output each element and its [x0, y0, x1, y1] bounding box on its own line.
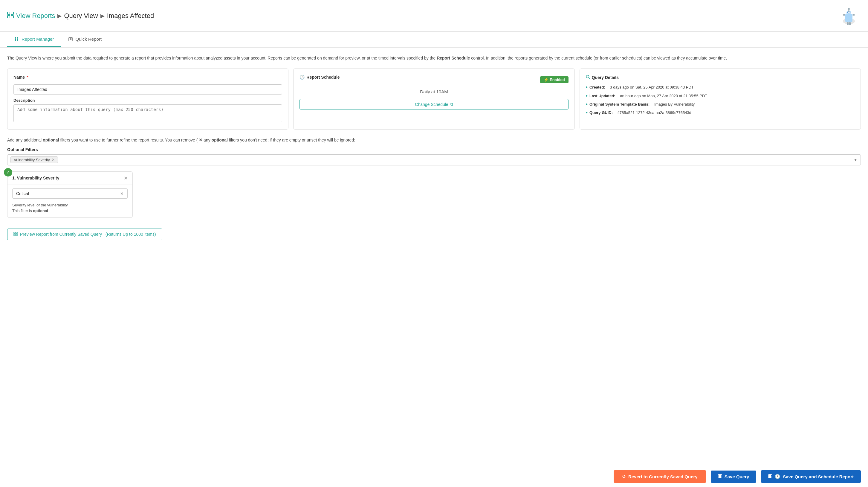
- preview-btn-main-label: Preview Report from Currently Saved Quer…: [20, 232, 102, 237]
- tag-remove-button[interactable]: ✕: [52, 157, 55, 162]
- preview-report-button[interactable]: Preview Report from Currently Saved Quer…: [7, 229, 162, 240]
- save-schedule-label: Save Query and Schedule Report: [783, 474, 854, 479]
- breadcrumb-separator-2: ▶: [100, 12, 104, 19]
- created-detail: Created: 3 days ago on Sat, 25 Apr 2020 …: [586, 85, 855, 90]
- optional-bold-1: optional: [43, 138, 59, 142]
- revert-icon: ↺: [622, 474, 626, 479]
- description-label: Description: [13, 98, 282, 103]
- schedule-header: 🕐 Report Schedule ⚡ Enabled: [300, 75, 568, 84]
- filter-check-badge: ✓: [4, 168, 12, 176]
- header: View Reports ▶ Query View ▶ Images Affec…: [0, 0, 868, 32]
- name-card-title: Name*: [13, 75, 282, 80]
- schedule-title: 🕐 Report Schedule: [300, 75, 340, 80]
- last-updated-label: Last Updated:: [589, 93, 615, 99]
- intro-before: The Query View is where you submit the d…: [7, 56, 437, 60]
- clock-icon: 🕐: [300, 75, 305, 80]
- svg-point-9: [847, 12, 848, 13]
- cards-row: Name* Description 🕐 Report Schedule ⚡ En…: [7, 68, 861, 130]
- filters-input-row[interactable]: Vulnerability Severity ✕ ▼: [7, 154, 861, 165]
- template-value: Images By Vulnerability: [654, 102, 695, 107]
- svg-rect-26: [14, 232, 15, 234]
- svg-rect-31: [719, 475, 721, 476]
- last-updated-value: an hour ago on Mon, 27 Apr 2020 at 21:35…: [620, 93, 707, 99]
- svg-rect-32: [719, 476, 721, 478]
- tab-report-manager[interactable]: Report Manager: [7, 32, 61, 47]
- main-content: The Query View is where you submit the d…: [0, 48, 868, 271]
- svg-rect-28: [14, 234, 15, 236]
- tab-quick-report[interactable]: Quick Report: [61, 32, 109, 47]
- svg-rect-17: [14, 37, 16, 38]
- template-label: Original System Template Basis:: [589, 102, 650, 107]
- svg-rect-12: [852, 15, 855, 16]
- query-details-card: Query Details Created: 3 days ago on Sat…: [580, 68, 861, 130]
- filter-card-body: Critical ✕ Severity level of the vulnera…: [7, 185, 132, 218]
- save-schedule-icon-save: [768, 474, 772, 479]
- view-reports-link[interactable]: View Reports: [16, 12, 55, 20]
- schedule-card: 🕐 Report Schedule ⚡ Enabled Daily at 10A…: [293, 68, 575, 130]
- filter-card-header: 1. Vulnerability Severity ✕: [7, 172, 132, 185]
- change-schedule-button[interactable]: Change Schedule ⧉: [300, 99, 568, 110]
- svg-line-25: [589, 78, 590, 79]
- change-schedule-label: Change Schedule: [415, 102, 448, 107]
- save-schedule-icon-clock: 🕐: [775, 474, 780, 479]
- save-query-button[interactable]: Save Query: [711, 470, 756, 483]
- optional-bold-2: optional: [212, 138, 228, 142]
- filter-clear-button[interactable]: ✕: [120, 191, 124, 196]
- optional-note-bold: optional: [33, 208, 48, 213]
- filter-help: Severity level of the vulnerability This…: [12, 202, 128, 214]
- save-query-schedule-button[interactable]: 🕐 Save Query and Schedule Report: [761, 470, 861, 483]
- name-card: Name* Description: [7, 68, 288, 130]
- filter-card-title: 1. Vulnerability Severity: [12, 176, 59, 180]
- save-icon: [718, 474, 722, 479]
- revert-button[interactable]: ↺ Revert to Currently Saved Query: [614, 470, 706, 483]
- x-icon-inline: ✕: [197, 138, 204, 142]
- created-value: 3 days ago on Sat, 25 Apr 2020 at 09:38:…: [610, 85, 693, 90]
- filter-value-row: Critical ✕: [12, 189, 128, 199]
- svg-point-10: [850, 12, 851, 13]
- query-detail-list: Created: 3 days ago on Sat, 25 Apr 2020 …: [586, 85, 855, 115]
- svg-rect-19: [14, 39, 16, 41]
- breadcrumb: View Reports ▶ Query View ▶ Images Affec…: [7, 12, 154, 20]
- guid-detail: Query GUID: 4785a521-1272-43ca-aa2a-3869…: [586, 110, 855, 115]
- save-label: Save Query: [724, 474, 749, 479]
- required-marker: *: [27, 75, 28, 80]
- tag-label: Vulnerability Severity: [14, 157, 50, 162]
- svg-rect-3: [11, 16, 13, 18]
- filter-dropdown-arrow[interactable]: ▼: [854, 157, 858, 162]
- last-updated-detail: Last Updated: an hour ago on Mon, 27 Apr…: [586, 93, 855, 99]
- name-input[interactable]: [13, 84, 282, 94]
- svg-rect-15: [848, 10, 849, 12]
- svg-rect-35: [769, 476, 771, 478]
- optional-filters-label: Optional Filters: [7, 147, 861, 152]
- filter-title: Vulnerability Severity: [17, 176, 60, 180]
- preview-icon: [13, 232, 18, 237]
- vulnerability-filter-card: ✓ 1. Vulnerability Severity ✕ Critical ✕…: [7, 171, 133, 218]
- external-link-icon: ⧉: [450, 102, 453, 107]
- enabled-badge: ⚡ Enabled: [540, 76, 568, 83]
- images-affected-crumb: Images Affected: [107, 12, 154, 20]
- template-detail: Original System Template Basis: Images B…: [586, 102, 855, 107]
- guid-label: Query GUID:: [589, 110, 613, 115]
- svg-point-16: [848, 8, 850, 10]
- tabs-bar: Report Manager Quick Report: [0, 32, 868, 48]
- schedule-text: Daily at 10AM: [300, 89, 568, 94]
- quick-report-icon: [68, 37, 73, 41]
- lightning-icon: ⚡: [544, 78, 549, 82]
- svg-rect-21: [69, 37, 72, 41]
- filter-value: Critical: [16, 191, 29, 196]
- preview-btn-suffix: (Returns Up to 1000 Items): [104, 232, 156, 237]
- vulnerability-severity-tag: Vulnerability Severity ✕: [10, 156, 58, 163]
- svg-rect-11: [843, 15, 845, 16]
- svg-rect-13: [847, 22, 848, 25]
- breadcrumb-separator-1: ▶: [57, 12, 62, 19]
- filters-intro: Add any additional optional filters you …: [7, 137, 861, 143]
- query-details-title: Query Details: [586, 75, 855, 80]
- svg-rect-29: [16, 234, 17, 236]
- guid-value: 4785a521-1272-43ca-aa2a-3869c776543d: [618, 110, 691, 115]
- created-label: Created:: [589, 85, 605, 90]
- filter-close-button[interactable]: ✕: [124, 175, 128, 181]
- enabled-label: Enabled: [550, 78, 565, 82]
- filter-number: 1.: [12, 176, 16, 180]
- description-textarea[interactable]: [13, 105, 282, 122]
- svg-rect-20: [17, 39, 18, 41]
